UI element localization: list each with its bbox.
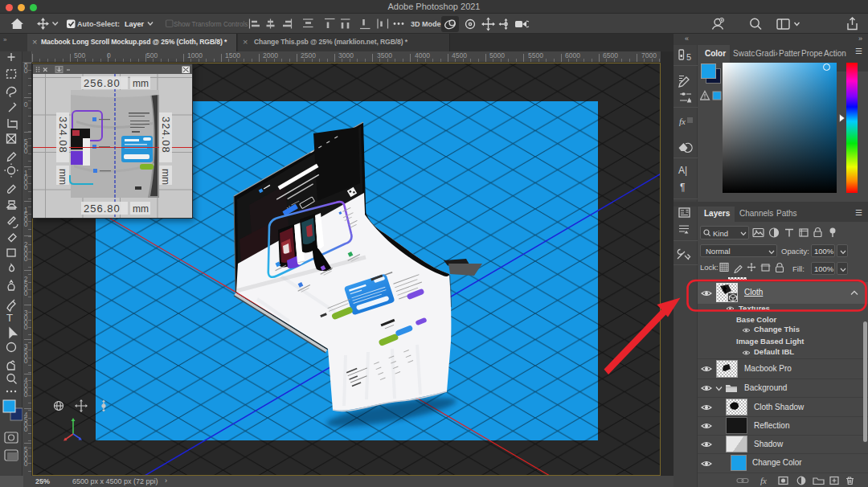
svg-text:256.80: 256.80: [84, 77, 121, 89]
svg-text:fx: fx: [679, 117, 686, 126]
svg-text:Show Transform Controls: Show Transform Controls: [174, 21, 248, 28]
svg-text:Layer: Layer: [125, 20, 145, 28]
svg-text:Auto-Select:: Auto-Select:: [77, 20, 120, 28]
svg-text:mm: mm: [133, 78, 149, 89]
svg-text:324.08: 324.08: [57, 117, 69, 153]
svg-text:mm: mm: [160, 169, 171, 185]
svg-text:mm: mm: [133, 203, 149, 215]
svg-text:T: T: [6, 312, 13, 324]
svg-text:3D Mode:: 3D Mode:: [411, 20, 444, 28]
svg-text:¶: ¶: [680, 182, 685, 193]
svg-text:fx: fx: [760, 476, 767, 485]
svg-text:324.08: 324.08: [160, 117, 172, 153]
svg-text:A|: A|: [678, 165, 687, 176]
svg-text:5: 5: [686, 52, 691, 62]
svg-text:mm: mm: [57, 169, 68, 185]
svg-text:256.80: 256.80: [84, 203, 121, 215]
